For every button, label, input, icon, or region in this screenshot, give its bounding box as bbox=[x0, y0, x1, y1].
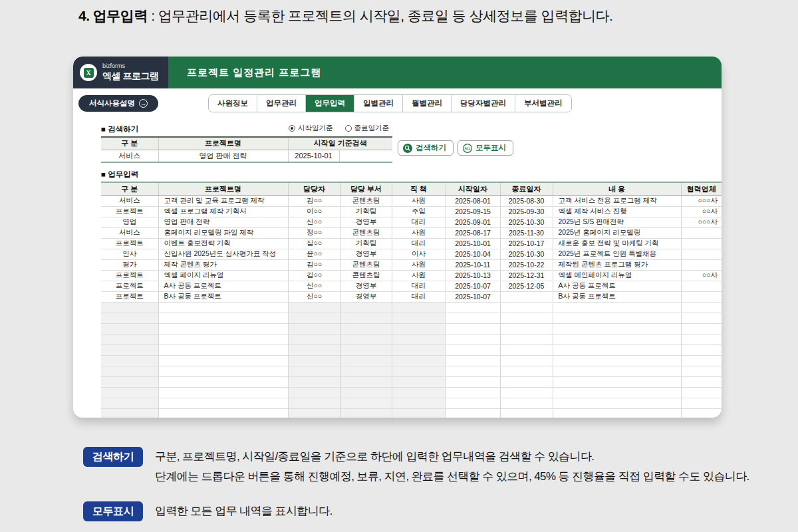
cell[interactable]: ○○○사 bbox=[681, 196, 722, 206]
search-button[interactable]: 검색하기 bbox=[398, 140, 454, 156]
cell[interactable]: ○○사 bbox=[681, 270, 722, 281]
cell[interactable]: 프로젝트 bbox=[101, 206, 158, 217]
cell[interactable]: 홈페이지 리모델링 파일 제작 bbox=[158, 227, 288, 238]
cell[interactable] bbox=[101, 355, 158, 366]
cell[interactable]: 대리 bbox=[392, 217, 446, 227]
cell[interactable] bbox=[446, 302, 500, 313]
tab-부서별관리[interactable]: 부서별관리 bbox=[515, 95, 571, 112]
cell[interactable] bbox=[340, 366, 392, 376]
cell[interactable]: 콘텐츠팀 bbox=[340, 196, 392, 206]
cell[interactable] bbox=[158, 366, 288, 376]
cell[interactable]: 기획팀 bbox=[340, 238, 392, 249]
cell[interactable]: 2025-10-13 bbox=[446, 270, 500, 281]
cell[interactable]: B사 공동 프로젝트 bbox=[553, 291, 681, 302]
cell[interactable] bbox=[681, 344, 722, 355]
cell[interactable]: 김○○ bbox=[288, 259, 340, 270]
cell[interactable] bbox=[392, 408, 446, 418]
cell[interactable] bbox=[101, 302, 158, 313]
cell[interactable]: 2025-10-01 bbox=[446, 238, 500, 249]
cell[interactable] bbox=[681, 408, 722, 418]
cell[interactable] bbox=[101, 376, 158, 387]
cell[interactable] bbox=[500, 408, 553, 418]
cell[interactable] bbox=[101, 366, 158, 376]
cell[interactable] bbox=[158, 398, 288, 408]
cell[interactable] bbox=[681, 355, 722, 366]
cell[interactable]: 제작된 콘텐츠 프로그램 평가 bbox=[553, 259, 681, 270]
cell[interactable] bbox=[681, 302, 722, 313]
tab-사원정보[interactable]: 사원정보 bbox=[209, 95, 257, 112]
search-category-cell[interactable]: 서비스 bbox=[101, 150, 158, 162]
cell[interactable] bbox=[340, 334, 392, 344]
search-extra-cell[interactable] bbox=[339, 150, 392, 162]
cell[interactable] bbox=[340, 408, 392, 418]
cell[interactable]: 정○○ bbox=[288, 227, 340, 238]
cell[interactable] bbox=[500, 387, 553, 398]
cell[interactable] bbox=[553, 398, 681, 408]
tab-담당자별관리[interactable]: 담당자별관리 bbox=[452, 95, 515, 112]
cell[interactable]: 사원 bbox=[392, 259, 446, 270]
cell[interactable]: 인사 bbox=[101, 249, 158, 259]
cell[interactable]: 2025-10-17 bbox=[500, 238, 553, 249]
cell[interactable] bbox=[392, 344, 446, 355]
cell[interactable]: 2025-10-04 bbox=[446, 249, 500, 259]
cell[interactable] bbox=[392, 313, 446, 323]
cell[interactable] bbox=[681, 227, 722, 238]
cell[interactable]: 이벤트 홍보전략 기획 bbox=[158, 238, 288, 249]
cell[interactable] bbox=[500, 398, 553, 408]
cell[interactable]: 2025년 프로젝트 인원 특별채용 bbox=[553, 249, 681, 259]
cell[interactable] bbox=[553, 366, 681, 376]
cell[interactable] bbox=[288, 376, 340, 387]
cell[interactable] bbox=[101, 313, 158, 323]
cell[interactable] bbox=[446, 366, 500, 376]
cell[interactable]: 2025-12-31 bbox=[500, 270, 553, 281]
cell[interactable] bbox=[340, 323, 392, 334]
search-date-cell[interactable]: 2025-10-01 bbox=[288, 150, 339, 162]
cell[interactable] bbox=[681, 238, 722, 249]
cell[interactable] bbox=[158, 323, 288, 334]
cell[interactable] bbox=[158, 302, 288, 313]
cell[interactable]: 2025-12-05 bbox=[500, 281, 553, 291]
guide-button[interactable]: 서식사용설명 → bbox=[78, 95, 158, 112]
cell[interactable]: 2025-09-01 bbox=[446, 217, 500, 227]
cell[interactable]: 프로젝트 bbox=[101, 281, 158, 291]
cell[interactable] bbox=[681, 387, 722, 398]
cell[interactable]: 서비스 bbox=[101, 227, 158, 238]
cell[interactable] bbox=[553, 408, 681, 418]
cell[interactable]: 기획팀 bbox=[340, 206, 392, 217]
cell[interactable]: 사원 bbox=[392, 196, 446, 206]
cell[interactable] bbox=[446, 313, 500, 323]
cell[interactable] bbox=[288, 408, 340, 418]
cell[interactable] bbox=[288, 366, 340, 376]
cell[interactable] bbox=[500, 323, 553, 334]
cell[interactable]: 프로젝트 bbox=[101, 270, 158, 281]
cell[interactable]: 2025년 홈페이지 리모델링 bbox=[553, 227, 681, 238]
radio-end-date[interactable]: 종료일기준 bbox=[345, 124, 390, 133]
cell[interactable] bbox=[553, 387, 681, 398]
cell[interactable]: 2025-10-22 bbox=[500, 259, 553, 270]
cell[interactable] bbox=[500, 334, 553, 344]
cell[interactable]: 신○○ bbox=[288, 291, 340, 302]
cell[interactable]: 새로운 홍보 전략 및 마케팅 기획 bbox=[553, 238, 681, 249]
cell[interactable] bbox=[288, 334, 340, 344]
cell[interactable] bbox=[500, 376, 553, 387]
cell[interactable] bbox=[101, 408, 158, 418]
cell[interactable] bbox=[681, 259, 722, 270]
cell[interactable] bbox=[288, 398, 340, 408]
cell[interactable] bbox=[500, 344, 553, 355]
cell[interactable]: 경영부 bbox=[340, 249, 392, 259]
cell[interactable]: 2025-10-07 bbox=[446, 281, 500, 291]
cell[interactable] bbox=[288, 387, 340, 398]
cell[interactable]: 김○○ bbox=[288, 270, 340, 281]
cell[interactable]: 2025년 S/S 판매전략 bbox=[553, 217, 681, 227]
cell[interactable]: ○○○사 bbox=[681, 217, 722, 227]
cell[interactable] bbox=[553, 344, 681, 355]
cell[interactable] bbox=[340, 302, 392, 313]
cell[interactable] bbox=[101, 398, 158, 408]
cell[interactable]: 경영부 bbox=[340, 291, 392, 302]
cell[interactable] bbox=[553, 313, 681, 323]
cell[interactable]: 콘텐츠팀 bbox=[340, 227, 392, 238]
cell[interactable] bbox=[340, 344, 392, 355]
cell[interactable] bbox=[392, 387, 446, 398]
cell[interactable] bbox=[158, 387, 288, 398]
cell[interactable]: A사 공동 프로젝트 bbox=[158, 281, 288, 291]
